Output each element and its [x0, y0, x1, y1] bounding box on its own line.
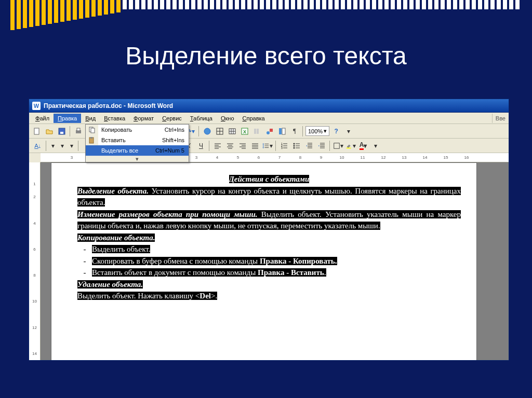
svg-text:X: X — [243, 129, 246, 134]
new-doc-button[interactable] — [31, 126, 43, 137]
svg-rect-66 — [334, 143, 340, 148]
menu-view[interactable]: Вид — [81, 114, 100, 123]
decrease-indent-button[interactable] — [303, 140, 315, 152]
doc-heading[interactable]: Действия с объектами — [229, 175, 310, 183]
svg-point-11 — [204, 128, 210, 134]
svg-point-54 — [294, 147, 295, 148]
doc-paragraph[interactable]: Копирование объекта. — [77, 232, 461, 244]
menu-expand[interactable]: ▾ — [86, 156, 189, 162]
menu-insert[interactable]: Вставка — [100, 114, 129, 123]
svg-rect-22 — [257, 129, 259, 134]
menubar: Файл Правка Вид Вставка Формат Сервис Та… — [29, 113, 509, 124]
window-title: Практическая работа.doc - Microsoft Word — [44, 102, 173, 109]
paste-icon — [86, 135, 98, 145]
svg-point-52 — [294, 143, 295, 144]
vertical-ruler[interactable]: 1 2 4 6 8 10 12 14 — [29, 162, 41, 360]
insert-table-button[interactable] — [227, 126, 238, 137]
numbering-button[interactable]: 123 — [278, 140, 290, 152]
doc-bullet[interactable]: - Выделить объект. — [77, 243, 461, 255]
align-left-button[interactable] — [212, 140, 223, 152]
svg-rect-25 — [279, 128, 282, 134]
doc-paragraph[interactable]: Выделение объекта. Установить курсор на … — [77, 185, 461, 209]
word-window: W Практическая работа.doc - Microsoft Wo… — [29, 99, 509, 361]
svg-rect-26 — [282, 128, 285, 134]
borders-button[interactable]: ▾ — [332, 140, 344, 152]
font-color-button[interactable]: А▾ — [357, 140, 369, 152]
help-button[interactable]: ? — [330, 126, 342, 137]
menu-help[interactable]: Справка — [238, 114, 269, 123]
workspace: 1 2 4 6 8 10 12 14 Действия с объектами … — [29, 162, 509, 360]
align-justify-button[interactable] — [249, 140, 261, 152]
svg-rect-67 — [347, 147, 351, 148]
word-icon: W — [32, 102, 41, 110]
docmap-button[interactable] — [276, 126, 288, 137]
edit-menu-dropdown: Копировать Ctrl+Ins Вставить Shift+Ins В… — [85, 124, 189, 162]
slide-stripes-gold — [10, 0, 121, 30]
svg-rect-24 — [270, 129, 273, 132]
svg-rect-69 — [91, 128, 95, 133]
document-area[interactable]: Действия с объектами Выделение объекта. … — [41, 162, 509, 360]
svg-rect-4 — [77, 128, 80, 131]
save-button[interactable] — [56, 126, 68, 137]
menu-format[interactable]: Формат — [129, 114, 158, 123]
svg-rect-71 — [90, 137, 92, 139]
font-dropdown[interactable]: ▾ — [58, 140, 66, 152]
align-center-button[interactable] — [224, 140, 236, 152]
columns-button[interactable] — [251, 126, 263, 137]
show-marks-button[interactable]: ¶ — [289, 126, 300, 137]
window-titlebar[interactable]: W Практическая работа.doc - Microsoft Wo… — [29, 99, 509, 113]
svg-point-53 — [294, 145, 295, 146]
menu-file[interactable]: Файл — [31, 114, 54, 123]
bullets-button[interactable] — [291, 140, 302, 152]
doc-paragraph[interactable]: Удаление объекта. — [77, 279, 461, 291]
svg-rect-0 — [34, 128, 39, 134]
doc-paragraph[interactable]: Выделить объект. Нажать клавишу <Del>. — [77, 290, 461, 302]
menu-tools[interactable]: Сервис — [158, 114, 186, 123]
hyperlink-button[interactable] — [202, 126, 213, 137]
menu-item-select-all[interactable]: Выделить все Ctrl+Num 5 — [86, 145, 189, 156]
drawing-button[interactable] — [264, 126, 275, 137]
style-dropdown[interactable]: ▾ — [49, 140, 57, 152]
open-button[interactable] — [44, 126, 55, 137]
menu-window[interactable]: Окно — [217, 114, 238, 123]
slide-title: Выделение всего текста — [0, 42, 532, 70]
styles-button[interactable]: А↓ — [31, 140, 44, 152]
doc-paragraph[interactable]: Изменение размеров объекта при помощи мы… — [77, 209, 461, 232]
svg-text:3: 3 — [281, 146, 283, 149]
document-page[interactable]: Действия с объектами Выделение объекта. … — [51, 162, 477, 360]
line-spacing-button[interactable]: ▾ — [262, 140, 273, 152]
menu-table[interactable]: Таблица — [186, 114, 217, 123]
copy-icon — [86, 125, 98, 135]
svg-rect-2 — [60, 132, 63, 134]
size-dropdown[interactable]: ▾ — [68, 140, 76, 152]
menu-item-copy[interactable]: Копировать Ctrl+Ins — [86, 125, 189, 135]
toolbar2-options[interactable]: ▾ — [370, 140, 381, 152]
excel-button[interactable]: X — [239, 126, 250, 137]
underline-button[interactable]: Ч — [195, 140, 207, 152]
doc-bullet[interactable]: - Скопировать в буфер обмена с помощью к… — [77, 255, 461, 267]
menu-edit[interactable]: Правка — [54, 114, 81, 123]
print-button[interactable] — [73, 126, 84, 137]
doc-bullet[interactable]: - Вставить объект в документ с помощью к… — [77, 267, 461, 279]
blank-icon — [86, 145, 98, 156]
increase-indent-button[interactable] — [316, 140, 327, 152]
zoom-selector[interactable]: 100%▾ — [305, 126, 329, 136]
svg-rect-21 — [254, 129, 256, 134]
help-search-hint[interactable]: Вве — [492, 114, 509, 123]
toolbar-options[interactable]: ▾ — [343, 126, 354, 137]
svg-point-23 — [267, 131, 270, 134]
tables-borders-button[interactable] — [214, 126, 225, 137]
highlight-button[interactable]: ▾ — [345, 140, 356, 152]
menu-item-paste[interactable]: Вставить Shift+Ins — [86, 135, 189, 145]
align-right-button[interactable] — [237, 140, 248, 152]
